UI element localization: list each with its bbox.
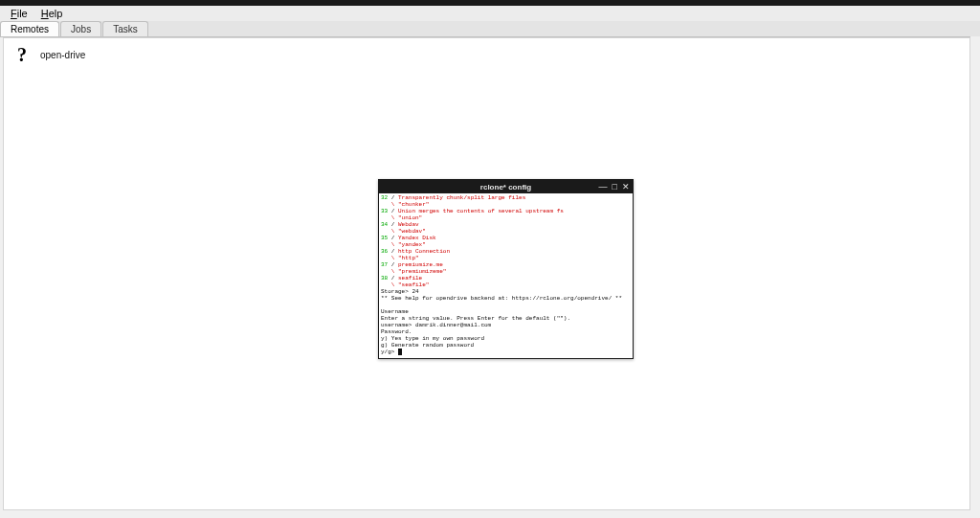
minimize-icon[interactable]: — [599, 183, 608, 191]
question-icon: ? [11, 44, 33, 65]
tabbar: Remotes Jobs Tasks [0, 21, 980, 37]
tab-jobs[interactable]: Jobs [60, 21, 101, 36]
tab-remotes[interactable]: Remotes [0, 21, 59, 36]
terminal-titlebar[interactable]: rclone* config — □ ✕ [379, 180, 633, 193]
cursor-icon [398, 349, 402, 355]
terminal-title: rclone* config [379, 183, 633, 191]
terminal-window: rclone* config — □ ✕ 32 / Transparently … [378, 179, 634, 359]
remote-item-open-drive[interactable]: ? open-drive [11, 44, 85, 65]
menu-file[interactable]: File [4, 7, 34, 20]
menubar: File Help [0, 6, 980, 22]
close-icon[interactable]: ✕ [622, 183, 630, 191]
tab-tasks[interactable]: Tasks [102, 21, 148, 36]
maximize-icon[interactable]: □ [612, 183, 617, 191]
menu-help[interactable]: Help [34, 7, 70, 20]
scrollbar[interactable] [970, 36, 980, 510]
terminal-body[interactable]: 32 / Transparently chunk/split large fil… [379, 193, 633, 358]
remote-item-label: open-drive [40, 50, 85, 60]
